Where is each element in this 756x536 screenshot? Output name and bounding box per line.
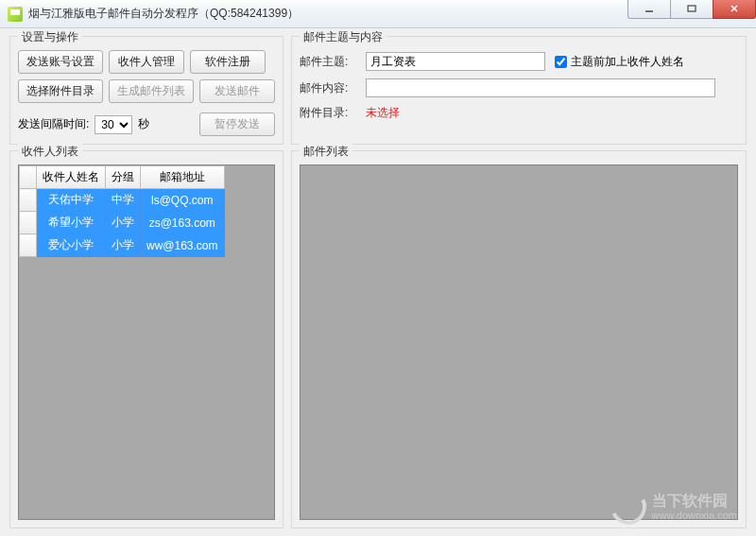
col-email[interactable]: 邮箱地址 bbox=[141, 166, 225, 189]
attach-value: 未选择 bbox=[366, 105, 400, 121]
interval-select[interactable]: 30 bbox=[94, 115, 132, 134]
cell-group: 小学 bbox=[106, 234, 141, 257]
cell-email: zs@163.com bbox=[141, 212, 225, 234]
row-header bbox=[20, 234, 37, 257]
attach-label: 附件目录: bbox=[300, 105, 356, 121]
col-name[interactable]: 收件人姓名 bbox=[37, 166, 106, 189]
table-row[interactable]: 天佑中学 中学 ls@QQ.com bbox=[20, 189, 225, 212]
recipient-manage-button[interactable]: 收件人管理 bbox=[109, 50, 184, 74]
settings-group: 设置与操作 发送账号设置 收件人管理 软件注册 选择附件目录 生成邮件列表 发送… bbox=[9, 36, 284, 145]
content-input[interactable] bbox=[366, 78, 715, 97]
window-title: 烟与江雅版电子邮件自动分发程序（QQ:584241399） bbox=[28, 6, 628, 22]
account-settings-button[interactable]: 发送账号设置 bbox=[18, 50, 103, 74]
maximize-button[interactable] bbox=[670, 0, 713, 19]
table-corner bbox=[20, 166, 37, 189]
prefix-name-checkbox[interactable]: 主题前加上收件人姓名 bbox=[555, 54, 684, 70]
table-row[interactable]: 希望小学 小学 zs@163.com bbox=[20, 212, 225, 234]
subject-input[interactable] bbox=[366, 52, 545, 71]
cell-email: ww@163.com bbox=[141, 234, 225, 257]
cell-name: 希望小学 bbox=[37, 212, 106, 234]
register-button[interactable]: 软件注册 bbox=[190, 50, 266, 74]
client-area: 设置与操作 发送账号设置 收件人管理 软件注册 选择附件目录 生成邮件列表 发送… bbox=[0, 28, 756, 536]
recipient-list-legend: 收件人列表 bbox=[18, 144, 82, 160]
generate-mail-list-button[interactable]: 生成邮件列表 bbox=[109, 79, 194, 103]
close-button[interactable] bbox=[713, 0, 756, 19]
content-label: 邮件内容: bbox=[300, 80, 356, 96]
table-row[interactable]: 爱心小学 小学 ww@163.com bbox=[20, 234, 225, 257]
cell-group: 小学 bbox=[106, 212, 141, 234]
mail-list-area[interactable] bbox=[300, 164, 738, 520]
row-header bbox=[20, 212, 37, 234]
subject-legend: 邮件主题与内容 bbox=[300, 29, 387, 45]
pause-send-button[interactable]: 暂停发送 bbox=[199, 112, 275, 136]
send-mail-button[interactable]: 发送邮件 bbox=[199, 79, 275, 103]
svg-rect-1 bbox=[688, 6, 696, 11]
subject-group: 邮件主题与内容 邮件主题: 主题前加上收件人姓名 邮件内容: 附件目录: 未选择 bbox=[291, 36, 747, 145]
cell-group: 中学 bbox=[106, 189, 141, 212]
settings-legend: 设置与操作 bbox=[18, 29, 82, 45]
subject-label: 邮件主题: bbox=[300, 54, 356, 70]
row-header bbox=[20, 189, 37, 212]
recipient-grid[interactable]: 收件人姓名 分组 邮箱地址 天佑中学 中学 ls@QQ.com 希望小学 bbox=[18, 164, 275, 520]
interval-unit: 秒 bbox=[138, 116, 149, 132]
interval-label: 发送间隔时间: bbox=[18, 116, 89, 132]
cell-email: ls@QQ.com bbox=[141, 189, 225, 212]
choose-attach-dir-button[interactable]: 选择附件目录 bbox=[18, 79, 103, 103]
cell-name: 爱心小学 bbox=[37, 234, 106, 257]
app-icon bbox=[8, 7, 23, 22]
window-controls bbox=[628, 0, 756, 19]
window-titlebar: 烟与江雅版电子邮件自动分发程序（QQ:584241399） bbox=[0, 0, 756, 28]
minimize-button[interactable] bbox=[627, 0, 671, 19]
col-group[interactable]: 分组 bbox=[106, 166, 141, 189]
mail-list-legend: 邮件列表 bbox=[300, 144, 352, 160]
prefix-name-checkbox-input[interactable] bbox=[555, 56, 567, 68]
cell-name: 天佑中学 bbox=[37, 189, 106, 212]
prefix-name-label: 主题前加上收件人姓名 bbox=[571, 54, 684, 70]
recipient-list-group: 收件人列表 收件人姓名 分组 邮箱地址 天佑中学 中学 ls bbox=[9, 150, 284, 528]
recipient-table: 收件人姓名 分组 邮箱地址 天佑中学 中学 ls@QQ.com 希望小学 bbox=[19, 165, 225, 257]
mail-list-group: 邮件列表 bbox=[291, 150, 747, 528]
